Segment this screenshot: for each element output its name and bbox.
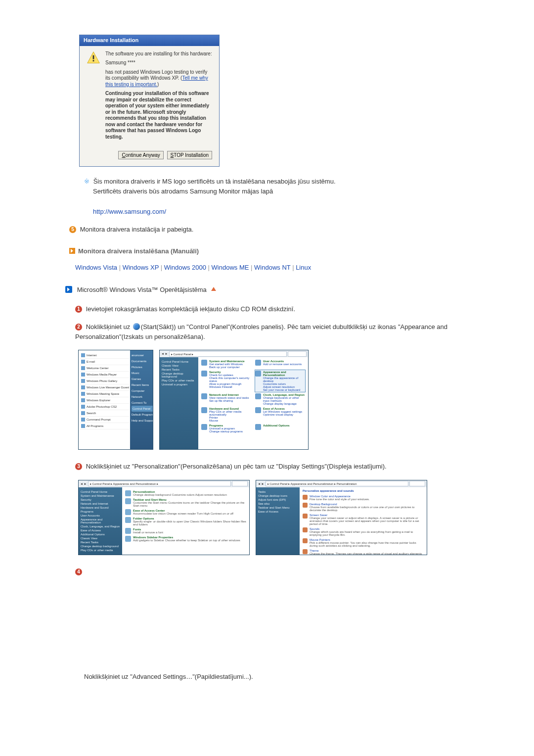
os-link-me[interactable]: Windows ME — [212, 264, 249, 271]
step-2-text: Noklikšķiniet uz (Start(Sākt)) un "Contr… — [75, 323, 447, 340]
os-link-xp[interactable]: Windows XP — [123, 264, 159, 271]
step-1-badge: 1 — [75, 306, 82, 313]
heading-bullet-icon — [69, 248, 75, 254]
svg-rect-1 — [93, 55, 94, 59]
step-1-text: Ievietojiet rokasgrāmatas komplektācijā … — [86, 305, 295, 313]
svg-marker-3 — [211, 287, 216, 291]
os-link-nt[interactable]: Windows NT — [254, 264, 290, 271]
dialog-message: The software you are installing for this… — [105, 51, 212, 143]
stop-installation-button[interactable]: STOP Installation — [167, 151, 212, 159]
start-orb-icon — [133, 323, 140, 330]
step-3-badge: 3 — [75, 463, 82, 470]
step-4-text: Noklikšķiniet uz "Advanced Settings…"(Pa… — [84, 673, 253, 680]
screenshot-personalization-window: ◄ ► ▸ Control Panel ▸ Appearance and Per… — [256, 480, 427, 555]
os-link-linux[interactable]: Linux — [296, 264, 311, 271]
continue-anyway-button[interactable]: CContinue Anywayontinue Anyway — [118, 151, 163, 159]
step-3-text: Noklikšķiniet uz "Personalization"(Perso… — [86, 463, 387, 470]
note-icon: ※ — [84, 177, 90, 187]
up-arrow-icon — [210, 286, 217, 294]
step-5-text: Monitora draivera instalācija ir pabeigt… — [80, 226, 194, 233]
screenshot-appearance-window: ◄ ► ▸ Control Panel ▸ Appearance and Per… — [78, 480, 250, 555]
hardware-installation-dialog: Hardware Installation The software you a… — [79, 35, 220, 167]
os-link-2000[interactable]: Windows 2000 — [164, 264, 206, 271]
step-2-badge: 2 — [75, 324, 82, 331]
os-links-row: Windows Vista | Windows XP | Windows 200… — [75, 264, 475, 271]
manual-install-heading: Monitora draivera instalēšana (Manuāli) — [69, 247, 475, 255]
vista-os-heading: Microsoft® Windows Vista™ Operētājsistēm… — [65, 286, 475, 294]
warning-icon — [87, 51, 100, 65]
svg-rect-2 — [93, 60, 94, 61]
os-link-vista[interactable]: Windows Vista — [75, 264, 117, 271]
samsung-url-link[interactable]: http://www.samsung.com/ — [93, 208, 166, 215]
screenshot-start-menu: InternetE-mailWelcome CenterWindows Medi… — [78, 350, 153, 450]
step-4-badge: 4 — [75, 568, 82, 575]
certification-note: ※ Šis monitora draiveris ir MS logo sert… — [84, 177, 475, 217]
dialog-title: Hardware Installation — [80, 35, 219, 46]
screenshot-control-panel: ◄ ► ▸ Control Panel ▸ Control Panel Home… — [159, 350, 309, 450]
arrow-bullet-icon — [65, 286, 72, 293]
step-5-badge: 5 — [69, 226, 76, 233]
